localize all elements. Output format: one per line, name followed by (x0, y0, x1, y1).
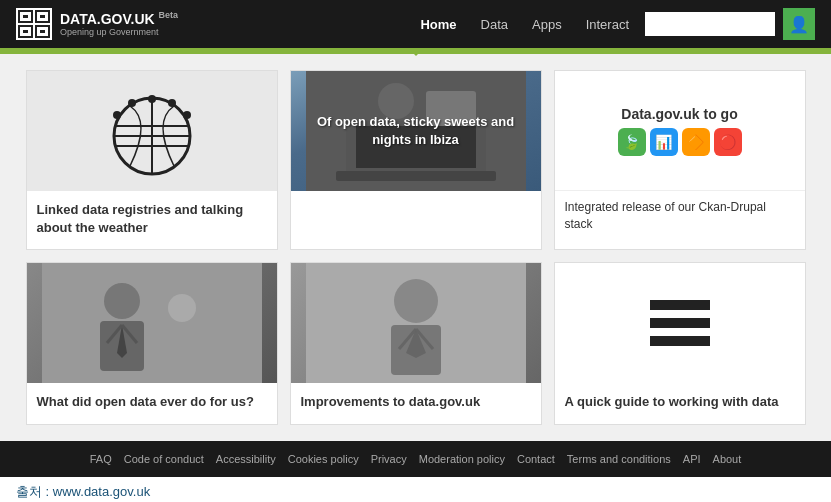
site-header: DATA.GOV.UK Beta Opening up Government H… (0, 0, 831, 48)
source-line: 출처 : www.data.gov.uk (0, 477, 831, 502)
card-open-data[interactable]: Of open data, sticky sweets and nights i… (290, 70, 542, 250)
hamburger-line-1 (650, 300, 710, 310)
svg-rect-5 (23, 30, 28, 33)
nav-data[interactable]: Data (481, 17, 508, 32)
sun-illustration (72, 71, 232, 191)
footer-terms[interactable]: Terms and conditions (567, 453, 671, 465)
card5-photo (291, 263, 541, 383)
app-icon-1: 🍃 (618, 128, 646, 156)
nav-interact[interactable]: Interact (586, 17, 629, 32)
user-icon: 👤 (789, 15, 809, 34)
card6-title: A quick guide to working with data (565, 393, 795, 411)
logo-icon (16, 8, 52, 40)
card-to-go[interactable]: Data.gov.uk to go 🍃 📊 🔶 🔴 Integrated rel… (554, 70, 806, 250)
card2-overlay: Of open data, sticky sweets and nights i… (291, 71, 541, 191)
svg-rect-7 (40, 30, 45, 33)
footer-api[interactable]: API (683, 453, 701, 465)
card5-image (291, 263, 541, 383)
main-nav: Home Data Apps Interact (420, 17, 629, 32)
card3-top: Data.gov.uk to go 🍃 📊 🔶 🔴 (555, 71, 805, 191)
svg-point-34 (394, 279, 438, 323)
footer-code-of-conduct[interactable]: Code of conduct (124, 453, 204, 465)
cards-grid: Linked data registries and talking about… (26, 70, 806, 425)
app-icon-3: 🔶 (682, 128, 710, 156)
svg-point-26 (104, 283, 140, 319)
card3-title: Data.gov.uk to go (621, 106, 737, 122)
card3-bottom: Integrated release of our Ckan-Drupal st… (555, 191, 805, 241)
svg-rect-25 (42, 263, 262, 383)
footer-links: FAQ Code of conduct Accessibility Cookie… (16, 453, 815, 465)
footer-about[interactable]: About (713, 453, 742, 465)
footer-faq[interactable]: FAQ (90, 453, 112, 465)
card4-image (27, 263, 277, 383)
logo-text: DATA.GOV.UK Beta Opening up Government (60, 11, 178, 37)
footer-accessibility[interactable]: Accessibility (216, 453, 276, 465)
card-improvements[interactable]: Improvements to data.gov.uk (290, 262, 542, 424)
user-button[interactable]: 👤 (783, 8, 815, 40)
card6-icon-area (555, 263, 805, 383)
svg-rect-3 (40, 15, 45, 18)
card2-image: Of open data, sticky sweets and nights i… (291, 71, 541, 191)
card1-title: Linked data registries and talking about… (37, 201, 267, 237)
card1-text-area: Linked data registries and talking about… (27, 191, 277, 249)
svg-point-31 (168, 294, 196, 322)
card5-title: Improvements to data.gov.uk (301, 393, 531, 411)
card-quick-guide[interactable]: A quick guide to working with data (554, 262, 806, 424)
app-icons-row: 🍃 📊 🔶 🔴 (618, 128, 742, 156)
card6-text: A quick guide to working with data (555, 383, 805, 423)
footer-contact[interactable]: Contact (517, 453, 555, 465)
logo-area: DATA.GOV.UK Beta Opening up Government (16, 8, 178, 40)
hamburger-line-2 (650, 318, 710, 328)
footer-cookies[interactable]: Cookies policy (288, 453, 359, 465)
card-what-open-data[interactable]: What did open data ever do for us? (26, 262, 278, 424)
search-input[interactable] (645, 12, 775, 36)
card5-text: Improvements to data.gov.uk (291, 383, 541, 423)
logo-subtitle: Opening up Government (60, 27, 178, 37)
hamburger-icon (650, 300, 710, 346)
main-content: Linked data registries and talking about… (0, 54, 831, 441)
card4-text: What did open data ever do for us? (27, 383, 277, 423)
card4-photo (27, 263, 277, 383)
site-footer: FAQ Code of conduct Accessibility Cookie… (0, 441, 831, 477)
card1-image (27, 71, 277, 191)
card-linked-data[interactable]: Linked data registries and talking about… (26, 70, 278, 250)
svg-rect-1 (23, 15, 28, 18)
footer-privacy[interactable]: Privacy (371, 453, 407, 465)
svg-rect-32 (166, 324, 198, 364)
app-icon-2: 📊 (650, 128, 678, 156)
nav-apps[interactable]: Apps (532, 17, 562, 32)
card3-subtitle: Integrated release of our Ckan-Drupal st… (565, 199, 795, 233)
card2-title: Of open data, sticky sweets and nights i… (301, 113, 531, 149)
nav-home[interactable]: Home (420, 17, 456, 32)
card4-title: What did open data ever do for us? (37, 393, 267, 411)
source-text: 출처 : www.data.gov.uk (16, 484, 150, 499)
app-icon-4: 🔴 (714, 128, 742, 156)
hamburger-line-3 (650, 336, 710, 346)
footer-moderation[interactable]: Moderation policy (419, 453, 505, 465)
